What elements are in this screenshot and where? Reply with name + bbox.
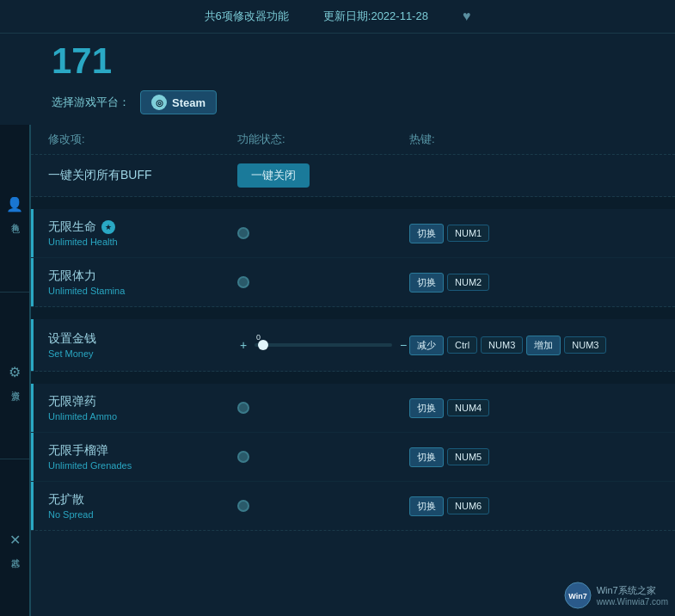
header-status: 功能状态: [237, 132, 409, 147]
hotkey-key-spread: NUM6 [447, 497, 489, 514]
header-mod: 修改项: [48, 132, 237, 147]
mod-name-cn-stamina: 无限体力 [48, 268, 237, 284]
toggle-health[interactable] [237, 227, 409, 239]
hotkey-key-health: NUM1 [447, 225, 489, 242]
toggle-stamina[interactable] [237, 276, 409, 288]
toggle-grenades[interactable] [237, 451, 409, 463]
toggle-ammo[interactable] [237, 402, 409, 414]
favorite-icon[interactable]: ♥ [463, 9, 471, 24]
mod-info-health: 无限生命 ★ Unlimited Health [48, 219, 237, 247]
hotkey-ctrl-money: Ctrl [447, 336, 477, 354]
svg-text:Win7: Win7 [568, 592, 586, 601]
onekey-row: 一键关闭所有BUFF 一键关闭 [31, 155, 675, 197]
section-weapon: 无限弹药 Unlimited Ammo 切换 NUM4 无限手榴弹 Unlimi… [31, 384, 675, 531]
slider-thumb-money[interactable] [258, 340, 268, 350]
sidebar-label-character: 角色 [9, 216, 21, 219]
section-divider-3 [31, 372, 675, 384]
row-unlimited-stamina: 无限体力 Unlimited Stamina 切换 NUM2 [31, 258, 675, 306]
steam-label: Steam [172, 96, 206, 109]
platform-steam-button[interactable]: ◎ Steam [140, 90, 217, 114]
hotkey-toggle-ammo[interactable]: 切换 [409, 398, 444, 418]
onekey-label: 一键关闭所有BUFF [48, 168, 237, 183]
update-date: 更新日期:2022-11-28 [323, 9, 428, 24]
top-bar: 共6项修改器功能 更新日期:2022-11-28 ♥ [0, 0, 675, 34]
mod-name-en-ammo: Unlimited Ammo [48, 411, 237, 422]
toggle-circle-stamina[interactable] [237, 276, 249, 288]
hotkey-key-ammo: NUM4 [447, 399, 489, 416]
hotkey-toggle-health[interactable]: 切换 [409, 224, 444, 243]
platform-label: 选择游戏平台： [52, 95, 130, 110]
section-character: 无限生命 ★ Unlimited Health 切换 NUM1 无限体力 Unl [31, 209, 675, 307]
slider-controls-money: + 0 − [237, 338, 409, 352]
row-no-spread: 无扩散 No Spread 切换 NUM6 [31, 482, 675, 530]
main-table: 修改项: 功能状态: 热键: 一键关闭所有BUFF 一键关闭 无限生命 ★ [31, 125, 675, 616]
mod-info-money: 设置金钱 Set Money [48, 331, 237, 359]
section-divider-1 [31, 197, 675, 209]
feature-count: 共6项修改器功能 [205, 9, 289, 24]
hotkey-stamina: 切换 NUM2 [409, 273, 658, 293]
weapon-icon: ✕ [9, 532, 21, 548]
mod-info-stamina: 无限体力 Unlimited Stamina [48, 268, 237, 296]
mod-name-en-grenades: Unlimited Grenades [48, 460, 237, 471]
watermark-text: Win7系统之家 www.Winwia7.com [597, 584, 668, 607]
row-unlimited-grenades: 无限手榴弹 Unlimited Grenades 切换 NUM5 [31, 433, 675, 482]
sidebar-label-weapon: 武器 [9, 551, 21, 555]
mod-name-en-spread: No Spread [48, 509, 237, 520]
hotkey-spread: 切换 NUM6 [409, 496, 658, 516]
toggle-spread[interactable] [237, 500, 409, 512]
hotkey-grenades: 切换 NUM5 [409, 447, 658, 467]
section-res-bar [31, 319, 34, 371]
toggle-circle-spread[interactable] [237, 500, 249, 512]
hotkey-key-grenades: NUM5 [447, 448, 489, 465]
hotkey-decrease-money[interactable]: 减少 [409, 336, 444, 355]
column-headers: 修改项: 功能状态: 热键: [31, 125, 675, 155]
slider-track-money[interactable]: 0 [255, 343, 392, 347]
watermark-site: Win7系统之家 [597, 584, 668, 597]
platform-row: 选择游戏平台： ◎ Steam [0, 85, 675, 125]
sidebar-section-resource: ⚙ 资源 [0, 293, 29, 460]
toggle-circle-grenades[interactable] [237, 451, 249, 463]
mod-name-en-stamina: Unlimited Stamina [48, 286, 237, 296]
slider-minus-money[interactable]: − [397, 338, 409, 352]
header-hotkey: 热键: [409, 132, 658, 147]
character-icon: 👤 [6, 196, 23, 213]
mod-name-cn-grenades: 无限手榴弹 [48, 443, 237, 459]
mod-info-ammo: 无限弹药 Unlimited Ammo [48, 394, 237, 422]
hotkey-increase-money[interactable]: 增加 [526, 336, 561, 355]
star-badge-health: ★ [101, 220, 115, 234]
mod-name-cn-money: 设置金钱 [48, 331, 237, 347]
watermark-url: www.Winwia7.com [597, 597, 668, 607]
section-divider-2 [31, 307, 675, 319]
row-unlimited-ammo: 无限弹药 Unlimited Ammo 切换 NUM4 [31, 384, 675, 433]
toggle-circle-ammo[interactable] [237, 402, 249, 414]
hotkey-key1-money: NUM3 [481, 336, 523, 354]
mod-name-cn-ammo: 无限弹药 [48, 394, 237, 410]
hotkey-toggle-stamina[interactable]: 切换 [409, 273, 444, 293]
mod-info-grenades: 无限手榴弹 Unlimited Grenades [48, 443, 237, 471]
hotkey-money: 减少 Ctrl NUM3 增加 NUM3 [409, 336, 658, 355]
resource-icon: ⚙ [9, 364, 21, 380]
hotkey-health: 切换 NUM1 [409, 224, 658, 243]
mod-info-spread: 无扩散 No Spread [48, 492, 237, 520]
hotkey-key-stamina: NUM2 [447, 274, 489, 291]
slider-plus-money[interactable]: + [237, 338, 249, 352]
toggle-circle-health[interactable] [237, 227, 249, 239]
watermark: Win7 Win7系统之家 www.Winwia7.com [564, 582, 668, 609]
hotkey-toggle-grenades[interactable]: 切换 [409, 447, 444, 467]
mod-name-en-money: Set Money [48, 348, 237, 359]
steam-icon: ◎ [151, 95, 167, 110]
main-number: 171 [0, 34, 675, 85]
hotkey-ammo: 切换 NUM4 [409, 398, 658, 418]
hotkey-key2-money: NUM3 [564, 336, 606, 354]
section-resource: 设置金钱 Set Money + 0 − 减少 Ctrl [31, 319, 675, 372]
mod-name-cn-spread: 无扩散 [48, 492, 237, 508]
mod-name-en-health: Unlimited Health [48, 237, 237, 247]
row-set-money: 设置金钱 Set Money + 0 − 减少 Ctrl [31, 319, 675, 371]
sidebar-label-resource: 资源 [9, 384, 21, 387]
left-sidebar: 👤 角色 ⚙ 资源 ✕ 武器 [0, 125, 31, 616]
sidebar-section-character: 👤 角色 [0, 125, 29, 293]
watermark-logo-icon: Win7 [564, 582, 592, 609]
sidebar-section-weapon: ✕ 武器 [0, 459, 29, 616]
onekey-close-button[interactable]: 一键关闭 [237, 163, 310, 188]
hotkey-toggle-spread[interactable]: 切换 [409, 496, 444, 516]
